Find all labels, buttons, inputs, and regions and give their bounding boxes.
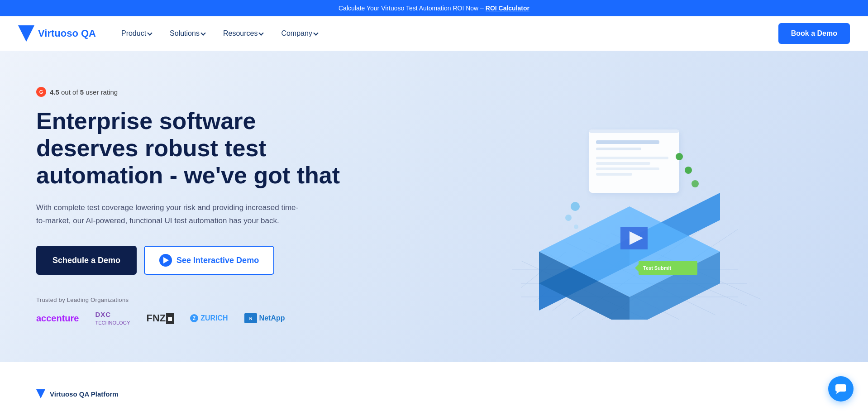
chat-button[interactable] <box>828 376 854 402</box>
svg-rect-26 <box>596 140 659 144</box>
hero-content: G 4.5 out of 5 user rating Enterprise so… <box>0 51 371 362</box>
hero-illustration-svg: Test Submit <box>498 93 761 320</box>
interactive-demo-button[interactable]: See Interactive Demo <box>144 246 274 275</box>
chevron-down-icon <box>313 30 318 35</box>
fnz-logo: FNZ■ <box>147 312 174 324</box>
book-demo-button[interactable]: Book a Demo <box>778 23 850 44</box>
hero-subtext: With complete test coverage lowering you… <box>36 201 299 228</box>
svg-marker-0 <box>18 25 34 42</box>
platform-tag: Virtuoso QA Platform <box>36 389 832 398</box>
hero-buttons: Schedule a Demo See Interactive Demo <box>36 246 353 275</box>
hero-section: G 4.5 out of 5 user rating Enterprise so… <box>0 51 868 362</box>
trusted-label: Trusted by Leading Organizations <box>36 296 353 303</box>
nav-item-solutions[interactable]: Solutions <box>162 26 212 41</box>
svg-rect-24 <box>589 129 679 193</box>
hero-headline: Enterprise software deserves robust test… <box>36 108 353 189</box>
svg-point-35 <box>571 202 580 211</box>
netapp-logo: N NetApp <box>244 313 285 323</box>
nav-item-product[interactable]: Product <box>114 26 159 41</box>
chat-icon <box>835 383 847 394</box>
netapp-icon: N <box>244 313 257 323</box>
platform-label: Virtuoso QA Platform <box>50 390 119 398</box>
rating-badge: G 4.5 out of 5 user rating <box>36 87 353 97</box>
svg-rect-29 <box>596 162 650 165</box>
svg-rect-27 <box>596 148 641 150</box>
hero-illustration: Test Submit <box>391 51 868 362</box>
trusted-section: Trusted by Leading Organizations accentu… <box>36 296 353 326</box>
accenture-logo: accenture <box>36 313 79 324</box>
virtuoso-platform-icon <box>36 389 45 398</box>
play-triangle <box>163 257 169 263</box>
svg-point-36 <box>565 215 572 221</box>
chevron-down-icon <box>147 30 152 35</box>
nav-item-resources[interactable]: Resources <box>216 26 270 41</box>
bottom-section: Virtuoso QA Platform <box>0 362 868 416</box>
nav-links: Product Solutions Resources Company <box>114 26 325 41</box>
g2-icon: G <box>36 87 46 97</box>
svg-point-33 <box>685 167 692 174</box>
svg-text:Z: Z <box>193 316 196 321</box>
schedule-demo-button[interactable]: Schedule a Demo <box>36 246 137 275</box>
svg-marker-43 <box>36 389 45 398</box>
svg-text:N: N <box>249 316 252 321</box>
svg-text:Test Submit: Test Submit <box>643 265 671 271</box>
nav-item-company[interactable]: Company <box>274 26 324 41</box>
logo[interactable]: Virtuoso QA <box>18 25 96 42</box>
svg-point-34 <box>692 180 699 187</box>
logo-icon <box>18 25 34 42</box>
svg-point-32 <box>676 153 683 160</box>
svg-point-37 <box>574 225 578 229</box>
chevron-down-icon <box>259 30 264 35</box>
dxc-logo: DXCTECHNOLOGY <box>95 311 130 326</box>
svg-rect-44 <box>835 384 846 392</box>
zurich-icon: Z <box>190 314 198 322</box>
logo-text: Virtuoso QA <box>38 28 96 39</box>
rating-text: 4.5 out of 5 user rating <box>50 88 118 96</box>
svg-rect-30 <box>596 167 659 170</box>
logos-row: accenture DXCTECHNOLOGY FNZ■ Z ZURICH N … <box>36 311 353 326</box>
zurich-logo: Z ZURICH <box>190 314 228 322</box>
svg-marker-45 <box>835 392 840 394</box>
play-icon <box>159 254 172 267</box>
svg-rect-25 <box>589 129 679 133</box>
banner-text: Calculate Your Virtuoso Test Automation … <box>339 5 486 12</box>
chevron-down-icon <box>200 30 205 35</box>
svg-rect-28 <box>596 157 668 159</box>
svg-rect-31 <box>596 173 632 176</box>
navbar: Virtuoso QA Product Solutions Resources … <box>0 16 868 51</box>
nav-left: Virtuoso QA Product Solutions Resources … <box>18 25 325 42</box>
roi-calculator-link[interactable]: ROI Calculator <box>486 5 529 12</box>
top-banner: Calculate Your Virtuoso Test Automation … <box>0 0 868 16</box>
